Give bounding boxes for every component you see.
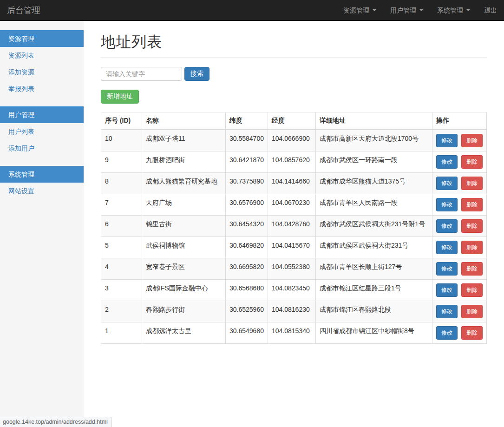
edit-button[interactable]: 修改 [436, 262, 458, 276]
add-address-button[interactable]: 新增地址 [101, 90, 139, 104]
cell-address: 成都市青羊区人民南路一段 [316, 194, 432, 215]
delete-button[interactable]: 删除 [461, 155, 483, 169]
cell-id: 8 [101, 172, 142, 194]
sidebar: 资源管理 资源列表 添加资源 举报列表 用户管理 用户列表 添加用户 系统管理 … [0, 21, 84, 427]
sidebar-group-header[interactable]: 用户管理 [0, 106, 84, 123]
sidebar-group-header[interactable]: 资源管理 [0, 30, 84, 47]
cell-name: 春熙路步行街 [142, 301, 226, 322]
sidebar-group: 资源管理 资源列表 添加资源 举报列表 [0, 30, 84, 97]
cell-actions: 修改 删除 [432, 236, 487, 258]
column-header: 经度 [268, 112, 316, 130]
edit-button[interactable]: 修改 [436, 155, 458, 169]
delete-button[interactable]: 删除 [461, 198, 483, 211]
sidebar-group: 用户管理 用户列表 添加用户 [0, 106, 84, 157]
sidebar-item[interactable]: 网站设置 [0, 183, 84, 199]
cell-name: 武侯祠博物馆 [142, 236, 226, 258]
edit-button[interactable]: 修改 [436, 219, 458, 233]
sidebar-group-items: 用户列表 添加用户 [0, 123, 84, 157]
navbar-item: 资源管理 [336, 0, 383, 21]
cell-actions: 修改 删除 [432, 151, 487, 172]
cell-lat: 30.6421870 [226, 151, 268, 172]
edit-button[interactable]: 修改 [436, 283, 458, 297]
edit-button[interactable]: 修改 [436, 198, 458, 211]
cell-lng: 104.0552380 [268, 258, 316, 279]
cell-actions: 修改 删除 [432, 215, 487, 236]
edit-button[interactable]: 修改 [436, 241, 458, 254]
table-row: 2 春熙路步行街 30.6525960 104.0816230 成都市锦江区春熙… [101, 301, 487, 322]
cell-id: 7 [101, 194, 142, 215]
column-header: 操作 [432, 112, 487, 130]
navbar-item: 用户管理 [383, 0, 430, 21]
navbar-link[interactable]: 用户管理 [383, 0, 430, 21]
cell-name: 成都IFS国际金融中心 [142, 279, 226, 301]
search-input[interactable] [101, 67, 182, 81]
chevron-down-icon [466, 9, 470, 11]
table-head: 序号 (ID)名称纬度经度详细地址操作 [101, 112, 487, 130]
delete-button[interactable]: 删除 [461, 262, 483, 276]
table-row: 5 武侯祠博物馆 30.6469820 104.0415670 成都市武侯区武侯… [101, 236, 487, 258]
cell-name: 九眼桥酒吧街 [142, 151, 226, 172]
cell-lng: 104.0670230 [268, 194, 316, 215]
table-row: 1 成都远洋太古里 30.6549680 104.0815340 四川省成都市锦… [101, 322, 487, 343]
cell-lat: 30.7375890 [226, 172, 268, 194]
sidebar-group-items: 资源列表 添加资源 举报列表 [0, 47, 84, 97]
delete-button[interactable]: 删除 [461, 283, 483, 297]
navbar-link[interactable]: 退出 [477, 0, 504, 21]
delete-button[interactable]: 删除 [461, 134, 483, 147]
cell-name: 宽窄巷子景区 [142, 258, 226, 279]
delete-button[interactable]: 删除 [461, 241, 483, 254]
cell-actions: 修改 删除 [432, 194, 487, 215]
column-header: 纬度 [226, 112, 268, 130]
cell-actions: 修改 删除 [432, 258, 487, 279]
table-header-row: 序号 (ID)名称纬度经度详细地址操作 [101, 112, 487, 130]
cell-address: 成都市锦江区红星路三段1号 [316, 279, 432, 301]
cell-lng: 104.0415670 [268, 236, 316, 258]
column-header: 序号 (ID) [101, 112, 142, 130]
delete-button[interactable]: 删除 [461, 219, 483, 233]
edit-button[interactable]: 修改 [436, 177, 458, 190]
cell-id: 2 [101, 301, 142, 322]
search-button[interactable]: 搜索 [184, 67, 209, 81]
page-title: 地址列表 [101, 32, 487, 53]
cell-id: 6 [101, 215, 142, 236]
search-row: 搜索 [101, 67, 487, 81]
edit-button[interactable]: 修改 [436, 326, 458, 340]
navbar-item: 退出 [477, 0, 504, 21]
cell-lat: 30.6695820 [226, 258, 268, 279]
cell-actions: 修改 删除 [432, 322, 487, 343]
navbar-link[interactable]: 系统管理 [430, 0, 477, 21]
cell-actions: 修改 删除 [432, 279, 487, 301]
app-title[interactable]: 后台管理 [0, 0, 47, 21]
delete-button[interactable]: 删除 [461, 177, 483, 190]
top-navbar: 后台管理 资源管理 用户管理 系统管理 退出 [0, 0, 504, 21]
cell-name: 成都大熊猫繁育研究基地 [142, 172, 226, 194]
column-header: 详细地址 [316, 112, 432, 130]
cell-actions: 修改 删除 [432, 301, 487, 322]
chevron-down-icon [419, 9, 423, 11]
cell-id: 3 [101, 279, 142, 301]
cell-address: 成都市青羊区长顺上街127号 [316, 258, 432, 279]
title-divider [101, 57, 487, 58]
cell-id: 4 [101, 258, 142, 279]
sidebar-group-header[interactable]: 系统管理 [0, 166, 84, 183]
cell-address: 成都市武侯区一环路南一段 [316, 151, 432, 172]
sidebar-item[interactable]: 添加资源 [0, 64, 84, 80]
cell-lng: 104.0857620 [268, 151, 316, 172]
cell-address: 成都市武侯区武侯祠大街231号附1号 [316, 215, 432, 236]
navbar-item-label: 用户管理 [390, 0, 416, 21]
navbar-link[interactable]: 资源管理 [336, 0, 383, 21]
table-row: 9 九眼桥酒吧街 30.6421870 104.0857620 成都市武侯区一环… [101, 151, 487, 172]
sidebar-item[interactable]: 添加用户 [0, 140, 84, 157]
sidebar-item[interactable]: 资源列表 [0, 47, 84, 64]
delete-button[interactable]: 删除 [461, 326, 483, 340]
sidebar-item[interactable]: 举报列表 [0, 80, 84, 97]
edit-button[interactable]: 修改 [436, 305, 458, 318]
edit-button[interactable]: 修改 [436, 134, 458, 147]
cell-address: 成都市成华区熊猫大道1375号 [316, 172, 432, 194]
delete-button[interactable]: 删除 [461, 305, 483, 318]
sidebar-item[interactable]: 用户列表 [0, 123, 84, 140]
cell-actions: 修改 删除 [432, 172, 487, 194]
cell-lng: 104.1414660 [268, 172, 316, 194]
table-row: 6 锦里古街 30.6454320 104.0428760 成都市武侯区武侯祠大… [101, 215, 487, 236]
table-row: 8 成都大熊猫繁育研究基地 30.7375890 104.1414660 成都市… [101, 172, 487, 194]
